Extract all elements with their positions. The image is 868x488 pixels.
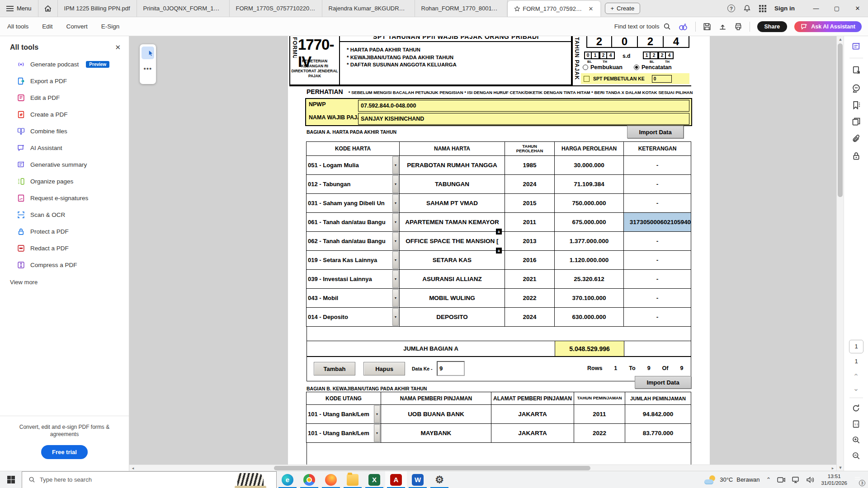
dropdown-button[interactable]: ▼ — [374, 405, 380, 423]
year-digit[interactable]: 0 — [612, 36, 638, 48]
tahun-cell[interactable]: 2022 — [574, 423, 625, 443]
tool-generative-summary[interactable]: Generative summary — [0, 156, 129, 173]
npwp-value-field[interactable]: 07.592.844.0-048.000 — [358, 100, 689, 112]
maximize-button[interactable]: ▢ — [826, 0, 847, 17]
taskbar-search-input[interactable]: Type here to search — [22, 471, 277, 488]
hapus-button[interactable]: Hapus — [363, 362, 405, 375]
harga-cell[interactable]: 30.000.000 — [554, 155, 624, 175]
kode-harta-cell[interactable]: 039 - Investasi Lainnya▼ — [306, 269, 400, 289]
generative-summary-rail-button[interactable] — [849, 40, 863, 53]
spt-pembetulan-checkbox[interactable] — [584, 76, 590, 82]
tool-compress-pdf[interactable]: Compress a PDF — [0, 257, 129, 273]
harga-cell[interactable]: 630.000.000 — [554, 307, 624, 327]
dropdown-button[interactable]: ▼ — [392, 232, 399, 250]
tool-generate-podcast[interactable]: Generate podcast Preview — [0, 56, 129, 73]
dropdown-button[interactable]: ▼ — [392, 156, 399, 174]
year-digit[interactable]: 2 — [586, 36, 612, 48]
pencatatan-radio[interactable]: Pencatatan — [634, 64, 672, 70]
keterangan-cell[interactable]: - — [623, 193, 691, 213]
taskbar-app-acrobat[interactable]: A — [385, 471, 407, 488]
period-digit[interactable]: 2 — [651, 52, 658, 59]
harga-cell[interactable]: 370.100.000 — [554, 288, 624, 308]
nama-pemberi-cell[interactable]: MAYBANK — [381, 423, 491, 443]
import-data-b-button[interactable]: Import Data — [635, 376, 691, 389]
spt-pembetulan-input[interactable]: 0 — [652, 75, 672, 83]
share-button[interactable]: Share — [757, 21, 788, 32]
menu-button[interactable]: Menu — [0, 0, 38, 17]
current-page-input[interactable]: 1 — [849, 340, 863, 353]
import-data-a-button[interactable]: Import Data — [627, 126, 684, 138]
nama-value-field[interactable]: SANJAY KISHINCHAND — [358, 113, 689, 125]
tahun-cell[interactable]: 2022 — [505, 288, 555, 308]
taskbar-app-excel[interactable]: X — [363, 471, 385, 488]
year-digit[interactable]: 4 — [664, 36, 689, 48]
tool-request-esignatures[interactable]: Request e-signatures — [0, 190, 129, 206]
home-button[interactable] — [38, 0, 58, 17]
keterangan-cell[interactable]: - — [623, 250, 691, 270]
bookmarks-button[interactable] — [849, 99, 863, 112]
kode-harta-cell[interactable]: 031 - Saham yang Dibeli Un▼ — [306, 193, 400, 213]
period-digit[interactable]: 2 — [658, 52, 666, 59]
taskbar-app-firefox[interactable] — [320, 471, 342, 488]
tahun-cell[interactable]: 2013 — [505, 231, 555, 251]
kode-utang-cell[interactable]: 101 - Utang Bank/Lem▼ — [306, 404, 381, 424]
tab-edit[interactable]: Edit — [42, 23, 52, 30]
nama-harta-cell[interactable]: OFFICE SPACE THE MANSION [+ — [399, 231, 505, 251]
free-trial-button[interactable]: Free trial — [41, 445, 88, 459]
taskbar-app-word[interactable]: W — [407, 471, 429, 488]
nama-harta-cell[interactable]: ASURANSI ALLIANZ — [399, 269, 505, 289]
taskbar-app-chrome[interactable] — [298, 471, 320, 488]
period-digit[interactable]: 0 — [584, 52, 592, 59]
actual-size-button[interactable]: 1:1 — [849, 417, 863, 431]
tahun-cell[interactable]: 2016 — [505, 250, 555, 270]
save-icon[interactable] — [703, 23, 711, 31]
nama-pemberi-cell[interactable]: UOB BUANA BANK — [381, 404, 491, 424]
tahun-cell[interactable]: 2021 — [505, 269, 555, 289]
nama-harta-cell[interactable]: TABUNGAN — [399, 174, 505, 194]
year-digit[interactable]: 2 — [638, 36, 664, 48]
volume-icon[interactable] — [806, 476, 815, 483]
tahun-cell[interactable]: 1985 — [505, 155, 555, 175]
alamat-cell[interactable]: JAKARTA — [491, 423, 574, 443]
tool-combine-files[interactable]: Combine files — [0, 123, 129, 140]
page-thumbnails-button[interactable] — [849, 115, 863, 128]
horizontal-scrollbar[interactable]: ◂ ▸ — [129, 465, 836, 471]
tool-scan-ocr[interactable]: Scan & OCR — [0, 206, 129, 223]
meet-now-icon[interactable] — [777, 476, 785, 483]
help-icon[interactable]: ? — [727, 5, 735, 12]
harga-cell[interactable]: 71.109.384 — [554, 174, 624, 194]
sign-in-button[interactable]: Sign in — [774, 5, 795, 12]
tab-convert[interactable]: Convert — [66, 23, 88, 30]
tahun-cell[interactable]: 2015 — [505, 193, 555, 213]
next-page-button[interactable]: ⌄ — [849, 381, 863, 395]
keterangan-cell[interactable]: - — [623, 174, 691, 194]
kode-harta-cell[interactable]: 012 - Tabungan▼ — [306, 174, 400, 194]
start-button[interactable] — [0, 471, 22, 488]
dropdown-button[interactable]: ▼ — [392, 270, 399, 288]
nama-harta-cell[interactable]: MOBIL WULING — [399, 288, 505, 308]
harga-cell[interactable]: 675.000.000 — [554, 212, 624, 232]
period-digit[interactable]: 4 — [666, 52, 674, 59]
vertical-scroll-thumb[interactable] — [838, 43, 843, 197]
tool-edit-pdf[interactable]: Edit a PDF — [0, 89, 129, 106]
nama-harta-cell[interactable]: PERABOTAN RUMAH TANGGA — [399, 155, 505, 175]
jumlah-cell[interactable]: 94.842.000 — [625, 404, 691, 424]
zoom-out-button[interactable] — [849, 449, 863, 462]
close-tab-icon[interactable]: ✕ — [588, 5, 594, 12]
dropdown-button[interactable]: ▼ — [392, 289, 399, 307]
kode-harta-cell[interactable]: 019 - Setara Kas Lainnya▼ — [306, 250, 400, 270]
keterangan-cell-selected[interactable]: 317305000602105940 — [623, 212, 691, 232]
tool-organize-pages[interactable]: Organize pages — [0, 173, 129, 190]
export-conversion-button[interactable] — [849, 63, 863, 77]
expand-plus-icon[interactable]: + — [496, 229, 502, 235]
horizontal-scroll-thumb[interactable] — [274, 466, 590, 470]
comments-button[interactable] — [849, 81, 863, 95]
tahun-cell[interactable]: 2011 — [505, 212, 555, 232]
data-ke-input[interactable]: 9 — [437, 361, 465, 376]
rotate-page-button[interactable] — [849, 401, 863, 415]
tahun-cell[interactable]: 2011 — [574, 404, 625, 424]
taskbar-app-settings[interactable]: ⚙ — [429, 471, 450, 488]
network-icon[interactable] — [792, 476, 800, 483]
tab-all-tools[interactable]: All tools — [7, 23, 28, 30]
harga-cell[interactable]: 1.120.000.000 — [554, 250, 624, 270]
